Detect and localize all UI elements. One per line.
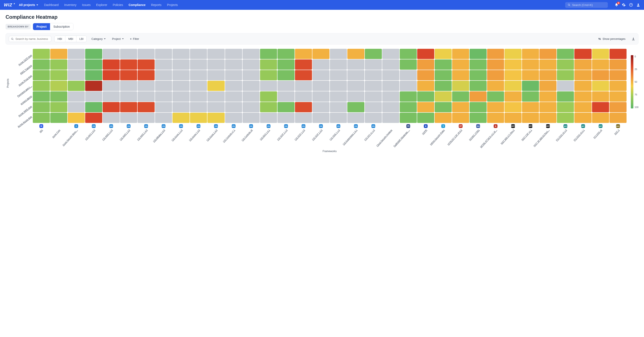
heatmap-cell[interactable] bbox=[417, 60, 434, 70]
heatmap-cell[interactable] bbox=[208, 60, 224, 70]
framework-label[interactable]: HITRUST CSF v9.5.0 bbox=[447, 129, 462, 146]
framework-label[interactable]: CIS Azure 1.4.0 bbox=[206, 129, 218, 142]
framework-column[interactable]: pciPCI DSS v3.1.0 bbox=[557, 123, 574, 128]
heatmap-cell[interactable] bbox=[522, 60, 539, 70]
heatmap-cell[interactable] bbox=[278, 81, 294, 91]
heatmap-cell[interactable] bbox=[190, 102, 207, 112]
heatmap-cell[interactable] bbox=[260, 102, 277, 112]
heatmap-cell[interactable] bbox=[574, 49, 592, 59]
heatmap-cell[interactable] bbox=[103, 81, 120, 91]
heatmap-cell[interactable] bbox=[574, 102, 592, 112]
framework-label[interactable]: HIPAA Security Rules bbox=[430, 129, 445, 146]
heatmap-cell[interactable] bbox=[522, 81, 539, 91]
heatmap-cell[interactable] bbox=[574, 92, 592, 102]
framework-column[interactable]: cisCIS GKE 1.1.0 bbox=[330, 123, 347, 128]
heatmap-cell[interactable] bbox=[103, 113, 120, 123]
user-menu[interactable] bbox=[636, 3, 640, 7]
heatmap-cell[interactable] bbox=[85, 81, 102, 91]
heatmap-cell[interactable] bbox=[138, 70, 154, 80]
heatmap-cell[interactable] bbox=[312, 92, 330, 102]
framework-label[interactable]: CIS Azure 1.1.0 bbox=[171, 129, 183, 142]
heatmap-cell[interactable] bbox=[295, 92, 312, 102]
heatmap-cell[interactable] bbox=[85, 92, 102, 102]
global-search-input[interactable] bbox=[572, 4, 605, 6]
heatmap-cell[interactable] bbox=[522, 92, 539, 102]
heatmap-cell[interactable] bbox=[574, 81, 592, 91]
heatmap-cell[interactable] bbox=[400, 70, 417, 80]
heatmap-cell[interactable] bbox=[574, 60, 592, 70]
heatmap-cell[interactable] bbox=[400, 81, 417, 91]
heatmap-cell[interactable] bbox=[190, 60, 207, 70]
heatmap-cell[interactable] bbox=[295, 102, 312, 112]
heatmap-cell[interactable] bbox=[50, 92, 67, 102]
heatmap-cell[interactable] bbox=[295, 113, 312, 123]
framework-label[interactable]: GDPR bbox=[422, 129, 428, 135]
heatmap-cell[interactable] bbox=[470, 92, 486, 102]
heatmap-cell[interactable] bbox=[50, 113, 67, 123]
heatmap-cell[interactable] bbox=[278, 102, 294, 112]
framework-label[interactable]: CIS Kubernetes 1.6.1 bbox=[342, 129, 358, 146]
heatmap-cell[interactable] bbox=[312, 49, 330, 59]
heatmap-cell[interactable] bbox=[347, 49, 364, 59]
heatmap-cell[interactable] bbox=[330, 49, 347, 59]
heatmap-cell[interactable] bbox=[242, 70, 260, 80]
heatmap-cell[interactable] bbox=[522, 113, 539, 123]
framework-column[interactable]: cisCIS EKS 1.0.1 bbox=[260, 123, 277, 128]
heatmap-cell[interactable] bbox=[225, 81, 242, 91]
heatmap-cell[interactable] bbox=[330, 81, 347, 91]
heatmap-cell[interactable] bbox=[330, 92, 347, 102]
global-search[interactable] bbox=[565, 2, 608, 8]
framework-label[interactable]: CIS Alibaba 1.0.0 bbox=[153, 129, 166, 143]
heatmap-cell[interactable] bbox=[155, 92, 172, 102]
framework-label[interactable]: PCI DSS v4 bbox=[593, 129, 602, 139]
heatmap-cell[interactable] bbox=[278, 60, 294, 70]
heatmap-cell[interactable] bbox=[365, 70, 382, 80]
heatmap-cell[interactable] bbox=[417, 81, 434, 91]
heatmap-cell[interactable] bbox=[610, 60, 626, 70]
heatmap-cell[interactable] bbox=[33, 102, 50, 112]
heatmap-cell[interactable] bbox=[347, 113, 364, 123]
heatmap-cell[interactable] bbox=[312, 60, 330, 70]
framework-column[interactable]: NISTNIST CSF v1.1 bbox=[522, 123, 539, 128]
heatmap-cell[interactable] bbox=[504, 102, 522, 112]
heatmap-cell[interactable] bbox=[504, 113, 522, 123]
nav-explorer[interactable]: Explorer bbox=[96, 3, 107, 6]
framework-label[interactable]: PCI DSS v3.2.1 bbox=[573, 129, 585, 142]
heatmap-cell[interactable] bbox=[487, 81, 504, 91]
heatmap-cell[interactable] bbox=[435, 49, 452, 59]
heatmap-cell[interactable] bbox=[138, 60, 154, 70]
heatmap-cell[interactable] bbox=[138, 102, 154, 112]
heatmap-cell[interactable] bbox=[85, 113, 102, 123]
heatmap-cell[interactable] bbox=[400, 60, 417, 70]
heatmap-cell[interactable] bbox=[120, 92, 137, 102]
heatmap-cell[interactable] bbox=[103, 70, 120, 80]
heatmap-cell[interactable] bbox=[155, 60, 172, 70]
heatmap-cell[interactable] bbox=[487, 113, 504, 123]
framework-column[interactable]: cisCIS Azure 1.4.0 bbox=[208, 123, 224, 128]
heatmap-cell[interactable] bbox=[540, 102, 556, 112]
heatmap-cell[interactable] bbox=[557, 92, 574, 102]
help-button[interactable]: ? bbox=[629, 3, 633, 7]
heatmap-cell[interactable] bbox=[504, 49, 522, 59]
framework-label[interactable]: CIS AWS 1.4.0 bbox=[137, 129, 148, 141]
heatmap-cell[interactable] bbox=[417, 113, 434, 123]
heatmap-cell[interactable] bbox=[330, 113, 347, 123]
heatmap-cell[interactable] bbox=[208, 92, 224, 102]
heatmap-cell[interactable] bbox=[522, 70, 539, 80]
framework-label[interactable]: Acme Corp bbox=[52, 129, 61, 138]
heatmap-cell[interactable] bbox=[225, 113, 242, 123]
heatmap-cell[interactable] bbox=[295, 60, 312, 70]
framework-column[interactable]: cisCIS Controls v8 bbox=[242, 123, 260, 128]
heatmap-cell[interactable] bbox=[120, 102, 137, 112]
framework-label[interactable]: Wiz bbox=[39, 129, 43, 133]
heatmap-cell[interactable] bbox=[172, 92, 190, 102]
heatmap-cell[interactable] bbox=[382, 113, 399, 123]
heatmap-cell[interactable] bbox=[347, 81, 364, 91]
framework-label[interactable]: CIS AWS 1.2.0 bbox=[102, 129, 113, 141]
heatmap-cell[interactable] bbox=[347, 92, 364, 102]
heatmap-cell[interactable] bbox=[365, 102, 382, 112]
heatmap-cell[interactable] bbox=[452, 81, 469, 91]
heatmap-cell[interactable] bbox=[347, 60, 364, 70]
nav-issues[interactable]: Issues bbox=[82, 3, 90, 6]
heatmap-cell[interactable] bbox=[365, 60, 382, 70]
